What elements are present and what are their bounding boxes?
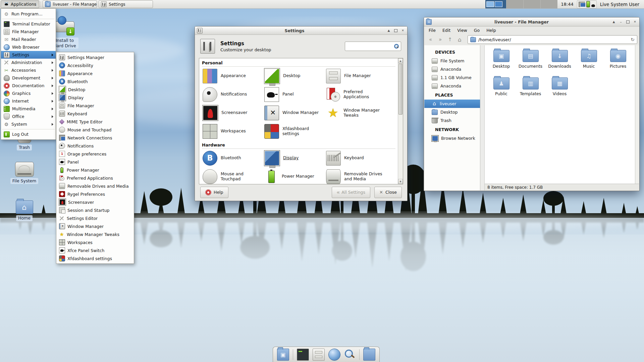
- home-icon[interactable]: ⌂: [455, 36, 464, 44]
- menu-item[interactable]: Accessories: [1, 66, 56, 74]
- settings-item[interactable]: Window Manager Tweaks: [325, 104, 395, 122]
- sidebar-item[interactable]: Trash: [424, 116, 480, 125]
- maximize-button[interactable]: [393, 28, 398, 33]
- terminal-icon[interactable]: [297, 349, 309, 361]
- submenu-item[interactable]: Removable Drives and Media: [56, 182, 134, 190]
- network-icon[interactable]: [579, 2, 585, 7]
- reload-icon[interactable]: ↻: [631, 37, 635, 42]
- sidebar-item[interactable]: Desktop: [424, 108, 480, 116]
- submenu-item[interactable]: Display: [56, 94, 134, 102]
- search-icon[interactable]: [344, 349, 356, 360]
- file-area-scrollbar[interactable]: [635, 45, 639, 184]
- sidebar-item[interactable]: liveuser: [424, 100, 480, 108]
- submenu-item[interactable]: Notifications: [56, 142, 134, 150]
- sidebar-item[interactable]: Anaconda: [424, 65, 480, 73]
- desktop-icon-home[interactable]: ⌂ Home: [7, 198, 42, 221]
- settings-item[interactable]: Workspaces: [202, 122, 264, 140]
- menu-item[interactable]: Documentation: [1, 82, 56, 89]
- folder-plain-icon[interactable]: [363, 349, 375, 361]
- shade-button[interactable]: ▲: [611, 19, 616, 24]
- submenu-item[interactable]: Session and Startup: [56, 206, 134, 214]
- submenu-item[interactable]: MIME Type Editor: [56, 118, 134, 126]
- settings-item[interactable]: Preferred Applications: [325, 85, 395, 104]
- menu-item[interactable]: Web Browser: [1, 43, 56, 51]
- scroll-up-icon[interactable]: ▲: [398, 58, 403, 63]
- settings-item[interactable]: Window Manager: [264, 104, 325, 122]
- sidebar-item[interactable]: Browse Network: [424, 134, 480, 142]
- menu-item[interactable]: Multimedia: [1, 105, 56, 113]
- settings-item[interactable]: Bluetooth: [202, 149, 264, 167]
- submenu-item[interactable]: Xfce Panel Switch: [56, 246, 134, 254]
- scrollbar-thumb[interactable]: [398, 64, 402, 115]
- close-button[interactable]: ✕: [633, 19, 637, 24]
- settings-item[interactable]: File Manager: [325, 67, 395, 85]
- help-button[interactable]: Help: [200, 187, 228, 198]
- submenu-item[interactable]: Window Manager: [56, 222, 134, 230]
- task-button[interactable]: Settings: [99, 0, 153, 8]
- menubar-item[interactable]: Help: [483, 28, 499, 33]
- sidebar-item[interactable]: Anaconda: [424, 82, 480, 90]
- clock[interactable]: 18:44: [557, 2, 577, 7]
- menu-item[interactable]: Settings: [1, 51, 56, 59]
- sidebar-item[interactable]: File System: [424, 57, 480, 65]
- folder-item[interactable]: Videos: [545, 75, 574, 103]
- menubar-item[interactable]: File: [425, 28, 439, 33]
- submenu-item[interactable]: Desktop: [56, 85, 134, 94]
- sidebar-item[interactable]: DEVICES: [424, 47, 480, 57]
- submenu-item[interactable]: Power Manager: [56, 166, 134, 174]
- settings-item[interactable]: Removable Drives and Media: [325, 167, 395, 184]
- submenu-item[interactable]: Settings Manager: [56, 53, 134, 61]
- submenu-item[interactable]: Appearance: [56, 69, 134, 77]
- settings-item[interactable]: Power Manager: [264, 167, 325, 184]
- settings-item[interactable]: Panel: [264, 85, 325, 104]
- filecab-icon[interactable]: [313, 349, 325, 361]
- submenu-item[interactable]: Orage preferences: [56, 150, 134, 158]
- sidebar-scrollbar[interactable]: [480, 45, 485, 190]
- submenu-item[interactable]: Screensaver: [56, 198, 134, 206]
- scroll-down-icon[interactable]: ▼: [398, 179, 403, 184]
- settings-titlebar[interactable]: Settings ▲ ✕: [195, 26, 407, 35]
- fm-titlebar[interactable]: liveuser - File Manager ▲ – ✕: [424, 17, 639, 26]
- workspace-pager[interactable]: [485, 0, 506, 8]
- submenu-item[interactable]: Network Connections: [56, 134, 134, 142]
- desktop-folder-icon[interactable]: [277, 349, 289, 361]
- path-bar[interactable]: /home/liveuser/ ↻: [468, 35, 637, 44]
- folder-item[interactable]: Downloads: [545, 48, 574, 75]
- menubar-item[interactable]: View: [454, 28, 471, 33]
- folder-item[interactable]: Music: [574, 48, 603, 75]
- folder-item[interactable]: Public: [487, 75, 516, 103]
- sidebar-item[interactable]: 1.1 GB Volume: [424, 73, 480, 82]
- folder-item[interactable]: Pictures: [603, 48, 633, 75]
- submenu-item[interactable]: Workspaces: [56, 238, 134, 246]
- menu-item[interactable]: Development: [1, 74, 56, 82]
- applications-button[interactable]: Applications: [1, 0, 39, 8]
- menu-item[interactable]: Internet: [1, 97, 56, 105]
- menubar-item[interactable]: Edit: [439, 28, 454, 33]
- submenu-item[interactable]: Preferred Applications: [56, 174, 134, 182]
- settings-item[interactable]: Display: [264, 149, 325, 167]
- up-icon[interactable]: ↑: [445, 36, 454, 44]
- minimize-button[interactable]: –: [619, 19, 623, 24]
- maximize-button[interactable]: [626, 19, 630, 24]
- menu-item[interactable]: Office: [1, 113, 56, 120]
- menu-item[interactable]: Mail Reader: [1, 36, 56, 43]
- settings-scrollbar[interactable]: ▲ ▼: [398, 58, 403, 184]
- settings-item[interactable]: Screensaver: [202, 104, 264, 122]
- folder-item[interactable]: Documents: [516, 48, 545, 75]
- submenu-item[interactable]: Accessibility: [56, 61, 134, 69]
- settings-item[interactable]: Desktop: [264, 67, 325, 85]
- settings-item[interactable]: Mouse and Touchpad: [202, 167, 264, 184]
- submenu-item[interactable]: Window Manager Tweaks: [56, 230, 134, 238]
- desktop-icon-filesystem[interactable]: File System: [7, 162, 42, 184]
- submenu-item[interactable]: Settings Editor: [56, 214, 134, 222]
- submenu-item[interactable]: Xfdashboard settings: [56, 254, 134, 262]
- workspace-1[interactable]: [486, 1, 494, 7]
- menu-item[interactable]: System: [1, 120, 56, 128]
- submenu-item[interactable]: Keyboard: [56, 110, 134, 118]
- battery-icon[interactable]: [586, 1, 590, 7]
- close-button[interactable]: ✕: [400, 28, 405, 33]
- menu-item[interactable]: Graphics: [1, 89, 56, 97]
- settings-item[interactable]: Keyboard: [325, 149, 395, 167]
- settings-item[interactable]: Xfdashboard settings: [264, 122, 325, 140]
- globe-cursor-icon[interactable]: [328, 349, 340, 361]
